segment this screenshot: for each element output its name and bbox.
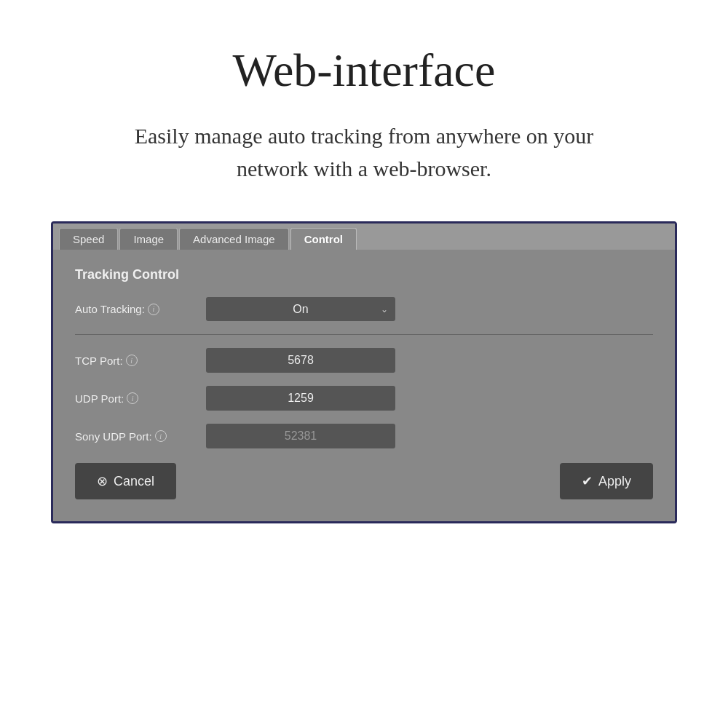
auto-tracking-info-icon: i bbox=[148, 304, 159, 315]
sony-udp-port-label: Sony UDP Port: i bbox=[75, 430, 206, 443]
tabs-bar: Speed Image Advanced Image Control bbox=[53, 223, 675, 250]
sony-udp-port-row: Sony UDP Port: i bbox=[75, 424, 653, 448]
udp-port-info-icon: i bbox=[127, 392, 138, 404]
browser-frame: Speed Image Advanced Image Control Track… bbox=[51, 221, 677, 523]
udp-port-row: UDP Port: i bbox=[75, 386, 653, 411]
udp-port-input[interactable] bbox=[206, 386, 395, 411]
panel-content: Tracking Control Auto Tracking: i On Off… bbox=[53, 250, 675, 521]
cancel-button[interactable]: ⊗ Cancel bbox=[75, 463, 176, 499]
tcp-port-label: TCP Port: i bbox=[75, 355, 206, 367]
tab-control[interactable]: Control bbox=[290, 228, 357, 250]
auto-tracking-select[interactable]: On Off bbox=[206, 297, 395, 321]
tab-speed[interactable]: Speed bbox=[59, 228, 118, 250]
buttons-row: ⊗ Cancel ✔ Apply bbox=[75, 463, 653, 499]
auto-tracking-row: Auto Tracking: i On Off ⌄ bbox=[75, 297, 653, 321]
divider bbox=[75, 334, 653, 335]
page-container: Web-interface Easily manage auto trackin… bbox=[0, 0, 728, 728]
tab-image[interactable]: Image bbox=[119, 228, 178, 250]
apply-button[interactable]: ✔ Apply bbox=[560, 463, 653, 499]
sony-udp-port-info-icon: i bbox=[155, 430, 167, 442]
tab-advanced-image[interactable]: Advanced Image bbox=[179, 228, 289, 250]
auto-tracking-label: Auto Tracking: i bbox=[75, 303, 206, 315]
auto-tracking-select-wrapper: On Off ⌄ bbox=[206, 297, 395, 321]
apply-icon: ✔ bbox=[582, 473, 593, 489]
tcp-port-info-icon: i bbox=[126, 355, 138, 366]
udp-port-label: UDP Port: i bbox=[75, 392, 206, 405]
panel-title: Tracking Control bbox=[75, 267, 653, 282]
tcp-port-input[interactable] bbox=[206, 348, 395, 373]
page-title: Web-interface bbox=[233, 44, 496, 98]
sony-udp-port-input bbox=[206, 424, 395, 448]
cancel-icon: ⊗ bbox=[97, 473, 108, 489]
tcp-port-row: TCP Port: i bbox=[75, 348, 653, 373]
page-subtitle: Easily manage auto tracking from anywher… bbox=[102, 119, 626, 185]
